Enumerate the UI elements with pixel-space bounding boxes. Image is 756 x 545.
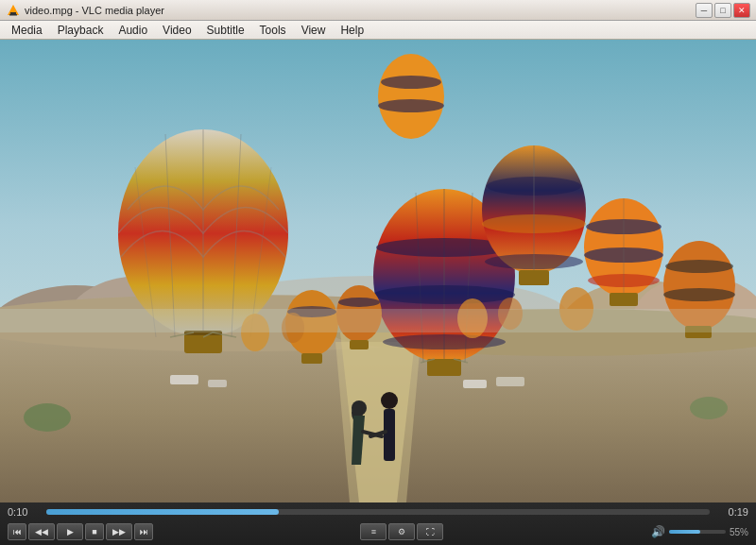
- progress-area: 0:10 0:19: [8, 506, 748, 518]
- time-elapsed: 0:10: [8, 506, 41, 518]
- prev-frame-button[interactable]: ◀◀: [28, 523, 55, 540]
- view-controls: ≡ ⚙ ⛶: [360, 523, 443, 540]
- fullscreen-button[interactable]: ⛶: [417, 523, 443, 540]
- next-frame-button[interactable]: ▶▶: [106, 523, 132, 540]
- menu-subtitle[interactable]: Subtitle: [199, 22, 252, 39]
- menu-video[interactable]: Video: [155, 22, 198, 39]
- volume-area: 🔊 55%: [651, 525, 748, 538]
- volume-slider[interactable]: [669, 530, 726, 534]
- close-button[interactable]: ✕: [733, 3, 750, 18]
- menu-audio[interactable]: Audio: [111, 22, 155, 39]
- stop-button[interactable]: ■: [85, 523, 104, 540]
- video-canvas: [0, 40, 756, 502]
- menu-tools[interactable]: Tools: [252, 22, 294, 39]
- time-remaining: 0:19: [715, 506, 748, 518]
- menu-view[interactable]: View: [294, 22, 334, 39]
- minimize-button[interactable]: ─: [696, 3, 713, 18]
- svg-rect-2: [9, 14, 17, 16]
- vlc-icon: [6, 3, 21, 18]
- window-title: video.mpg - VLC media player: [25, 5, 696, 16]
- menu-help[interactable]: Help: [333, 22, 371, 39]
- menubar: Media Playback Audio Video Subtitle Tool…: [0, 21, 756, 40]
- bottom-controls: ⏮ ◀◀ ▶ ■ ▶▶ ⏭ ≡ ⚙ ⛶ 🔊 55%: [8, 523, 748, 540]
- play-pause-button[interactable]: ▶: [57, 523, 83, 540]
- extended-settings-button[interactable]: ⚙: [388, 523, 415, 540]
- toggle-playlist-button[interactable]: ≡: [360, 523, 387, 540]
- video-display[interactable]: [0, 40, 756, 502]
- volume-fill: [669, 530, 700, 534]
- window-controls: ─ □ ✕: [696, 3, 750, 18]
- svg-rect-1: [10, 12, 16, 14]
- ground-background: [0, 295, 756, 503]
- titlebar: video.mpg - VLC media player ─ □ ✕: [0, 0, 756, 21]
- playback-controls: ⏮ ◀◀ ▶ ■ ▶▶ ⏭: [8, 523, 153, 540]
- maximize-button[interactable]: □: [714, 3, 731, 18]
- next-chapter-button[interactable]: ⏭: [134, 523, 153, 540]
- progress-bar[interactable]: [46, 509, 710, 515]
- progress-fill: [46, 509, 279, 515]
- menu-media[interactable]: Media: [4, 22, 50, 39]
- prev-chapter-button[interactable]: ⏮: [8, 523, 26, 540]
- volume-icon: 🔊: [651, 525, 665, 538]
- menu-playback[interactable]: Playback: [50, 22, 112, 39]
- controls-bar: 0:10 0:19 ⏮ ◀◀ ▶ ■ ▶▶ ⏭ ≡ ⚙ ⛶ 🔊 55%: [0, 502, 756, 545]
- volume-percentage: 55%: [730, 527, 748, 537]
